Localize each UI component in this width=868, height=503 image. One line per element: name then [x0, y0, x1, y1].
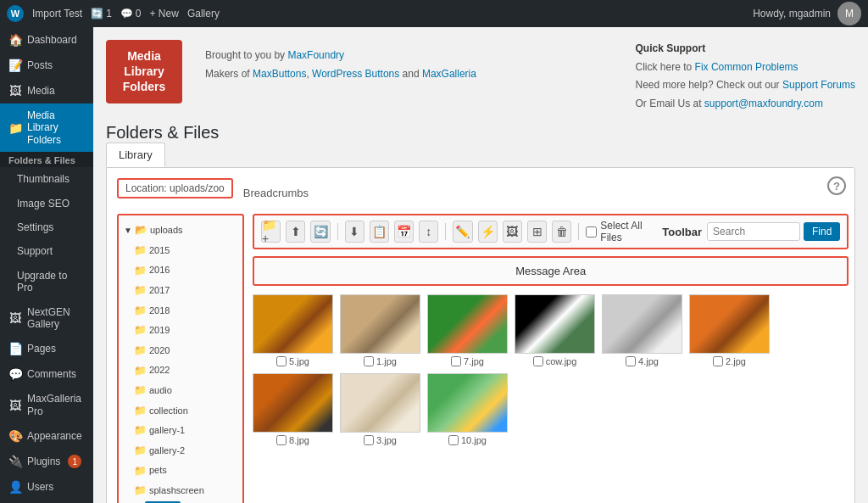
select-all-checkbox[interactable] [586, 226, 597, 238]
move-button[interactable]: ⬇ [345, 221, 364, 243]
image-select-checkbox[interactable] [276, 356, 287, 366]
sidebar-item-maxgalleria-pro[interactable]: 🖼 MaxGalleria Pro [0, 387, 93, 423]
image-item: 4.jpg [602, 294, 682, 366]
upload-button[interactable]: ⬆ [286, 221, 305, 243]
image-select-checkbox[interactable] [626, 356, 636, 366]
add-folder-button[interactable]: 📁+ [261, 221, 281, 243]
image-thumb[interactable] [515, 294, 595, 354]
folder-item[interactable]: ▼ 📂 uploads [124, 221, 237, 241]
sidebar-item-comments[interactable]: 💬 Comments [0, 361, 93, 387]
maxgalleria-link[interactable]: MaxGalleria [422, 68, 476, 80]
main-panel: ? Location: uploads/zoo Breadcrumbs ▼ 📂 … [106, 167, 855, 503]
search-input[interactable] [707, 222, 800, 241]
folder-closed-icon: 📁 [134, 482, 147, 500]
toolbar-search: Find [707, 222, 840, 241]
gallery-item[interactable]: Gallery [187, 8, 220, 20]
image-label: 2.jpg [713, 356, 746, 366]
image-thumb[interactable] [689, 294, 770, 354]
sidebar-item-label: MaxGalleria Pro [27, 393, 85, 417]
folder-item[interactable]: 📁 2017 [134, 281, 237, 301]
delete-button[interactable]: 🗑 [552, 221, 571, 243]
pages-icon: 📄 [8, 342, 22, 355]
image-select-checkbox[interactable] [364, 356, 374, 366]
plugins-badge: 1 [68, 455, 81, 468]
sidebar-item-tools[interactable]: 🔧 Tools [0, 500, 93, 503]
sidebar-item-label: NextGEN Gallery [27, 306, 85, 331]
folder-item[interactable]: 📁 audio [134, 381, 237, 401]
admin-bar-right: Howdy, mgadmin M [753, 2, 861, 25]
folder-item[interactable]: 📁 2020 [134, 341, 237, 361]
image-select-checkbox[interactable] [364, 435, 374, 445]
grid-button[interactable]: ⊞ [527, 221, 547, 243]
admin-bar: W Import Test 🔄 1 💬 0 + New Gallery Howd… [0, 0, 868, 27]
find-button[interactable]: Find [804, 222, 840, 241]
folder-item[interactable]: 📁 2015 [134, 241, 237, 261]
sidebar-item-support[interactable]: Support [0, 239, 93, 263]
image-select-checkbox[interactable] [448, 435, 459, 445]
image-thumb[interactable] [340, 294, 420, 354]
image-select-checkbox[interactable] [276, 435, 287, 445]
lightning-button[interactable]: ⚡ [478, 221, 498, 243]
new-item[interactable]: + New [150, 8, 179, 20]
sidebar-item-pages[interactable]: 📄 Pages [0, 336, 93, 361]
sidebar-item-label: Media [27, 85, 55, 97]
sidebar-item-posts[interactable]: 📝 Posts [0, 53, 93, 78]
folder-closed-icon: 📁 [134, 462, 147, 481]
image-select-checkbox[interactable] [533, 356, 543, 366]
folder-item[interactable]: 📁 splashscreen [134, 481, 237, 501]
sidebar-item-media-library-folders[interactable]: 📁 Media Library Folders [0, 103, 93, 152]
wp-logo-icon[interactable]: W [7, 5, 24, 22]
folder-item[interactable]: 📁 2018 [134, 301, 237, 321]
image-filename: 8.jpg [289, 435, 309, 445]
image-thumb[interactable] [340, 373, 420, 433]
maxbuttons-link[interactable]: MaxButtons [253, 68, 306, 80]
folder-item[interactable]: 📁 collection [134, 401, 237, 422]
sidebar-item-appearance[interactable]: 🎨 Appearance [0, 423, 93, 449]
folder-item[interactable]: 📁 pets [134, 461, 237, 482]
image-select-checkbox[interactable] [713, 356, 723, 366]
email-link[interactable]: support@maxfoundry.com [704, 98, 823, 109]
avatar[interactable]: M [837, 2, 861, 25]
sidebar-item-plugins[interactable]: 🔌 Plugins 1 [0, 449, 93, 474]
folder-item[interactable]: 📁 2022 [134, 361, 237, 382]
sidebar-item-upgrade-to-pro[interactable]: Upgrade to Pro [0, 264, 93, 300]
folder-label: gallery-1 [149, 422, 185, 439]
calendar-button[interactable]: 📅 [394, 221, 414, 243]
sidebar-item-label: Image SEO [17, 198, 70, 210]
sidebar-item-thumbnails[interactable]: Thumbnails [0, 167, 93, 191]
folder-item[interactable]: 📁 2019 [134, 321, 237, 341]
image-select-checkbox[interactable] [451, 356, 461, 366]
comments-item[interactable]: 💬 0 [120, 8, 142, 20]
image-thumb[interactable] [253, 373, 333, 433]
refresh-button[interactable]: 🔄 [310, 221, 330, 243]
sidebar-item-nextgen-gallery[interactable]: 🖼 NextGEN Gallery [0, 300, 93, 337]
copy-button[interactable]: 📋 [370, 221, 389, 243]
folder-item[interactable]: 📁 2016 [134, 261, 237, 282]
folder-item[interactable]: 📁 gallery-2 [134, 441, 237, 461]
fix-common-problems-link[interactable]: Fix Common Problems [695, 61, 798, 73]
support-forums-link[interactable]: Support Forums [782, 79, 855, 91]
image-thumb[interactable] [427, 294, 508, 354]
sidebar-item-settings[interactable]: Settings [0, 215, 93, 239]
sort-button[interactable]: ↕ [419, 221, 438, 243]
sidebar-item-users[interactable]: 👤 Users [0, 474, 93, 500]
image-button[interactable]: 🖼 [503, 221, 522, 243]
plugin-header: Media Library Folders Brought to you by … [106, 40, 855, 113]
folder-item[interactable]: 📁 gallery-1 [134, 421, 237, 441]
image-thumb[interactable] [253, 294, 333, 354]
wp-buttons-link[interactable]: WordPress Buttons [312, 68, 399, 80]
image-thumb[interactable] [427, 373, 508, 433]
sidebar-item-dashboard[interactable]: 🏠 Dashboard [0, 27, 93, 53]
edit-button[interactable]: ✏️ [453, 221, 472, 243]
updates-item[interactable]: 🔄 1 [91, 8, 112, 20]
sidebar-item-media[interactable]: 🖼 Media [0, 78, 93, 103]
image-thumb[interactable] [602, 294, 682, 354]
right-panel: 📁+ ⬆ 🔄 ⬇ 📋 📅 ↕ ✏️ ⚡ 🖼 ⊞ 🗑 [253, 214, 849, 503]
sidebar-item-image-seo[interactable]: Image SEO [0, 192, 93, 215]
image-filename: 1.jpg [376, 356, 397, 366]
site-name[interactable]: Import Test [32, 8, 82, 20]
sidebar-item-label: Settings [17, 221, 53, 233]
tab-library[interactable]: Library [106, 143, 165, 167]
maxfoundry-link[interactable]: MaxFoundry [287, 49, 344, 61]
image-item: 2.jpg [689, 294, 770, 366]
